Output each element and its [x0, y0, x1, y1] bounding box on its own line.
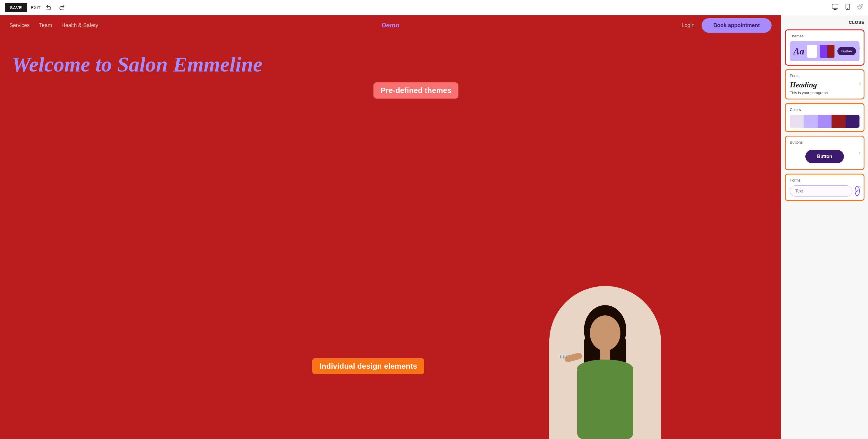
- hero-title: Welcome to Salon Emmeline: [12, 53, 418, 76]
- nav-link-health[interactable]: Health & Safety: [61, 22, 98, 29]
- themes-preview: Aa Button: [790, 41, 860, 61]
- themes-section[interactable]: Themes Aa Button ›: [785, 29, 865, 66]
- forms-input[interactable]: [790, 185, 852, 197]
- paint-icon: [857, 3, 863, 10]
- fonts-section-title: Fonts: [790, 74, 860, 78]
- themes-white-rect: [807, 45, 817, 58]
- site-logo: Demo: [381, 22, 399, 29]
- main-area: Services Team Health & Safety Demo Login…: [0, 15, 868, 439]
- fonts-paragraph-preview: This is your paragraph.: [790, 91, 860, 95]
- tooltip-individual-elements: Individual design elements: [312, 358, 424, 374]
- paint-button[interactable]: [857, 3, 863, 11]
- site-nav: Services Team Health & Safety Demo Login…: [0, 15, 781, 35]
- themes-section-title: Themes: [790, 34, 860, 38]
- hero-image-area: [430, 35, 781, 439]
- buttons-section-title: Buttons: [790, 140, 860, 144]
- color-swatch-2: [804, 115, 817, 128]
- color-swatch-1: [790, 115, 804, 128]
- nav-login[interactable]: Login: [682, 22, 694, 29]
- redo-button[interactable]: [57, 3, 66, 12]
- woman-figure: [558, 298, 652, 439]
- colors-bar: [790, 115, 860, 128]
- redo-icon: [59, 5, 65, 10]
- svg-point-9: [590, 315, 620, 351]
- undo-button[interactable]: [44, 3, 54, 12]
- hero-section: Welcome to Salon Emmeline Pre-defined th…: [0, 35, 781, 439]
- fonts-heading-preview: Heading: [790, 81, 860, 89]
- hero-text: Welcome to Salon Emmeline: [0, 35, 430, 439]
- exit-button[interactable]: EXIT: [31, 5, 40, 10]
- figure-placeholder: [555, 292, 655, 439]
- themes-color-red: [827, 45, 835, 58]
- undo-icon: [46, 5, 52, 10]
- canvas: Services Team Health & Safety Demo Login…: [0, 15, 781, 439]
- svg-line-5: [858, 8, 859, 9]
- svg-rect-0: [832, 4, 838, 8]
- close-panel-button[interactable]: CLOSE: [849, 20, 865, 25]
- nav-link-team[interactable]: Team: [39, 22, 52, 29]
- color-swatch-3: [818, 115, 832, 128]
- forms-section[interactable]: Forms ✓ ›: [785, 174, 865, 201]
- themes-aa-label: Aa: [793, 47, 804, 56]
- panel-header: CLOSE: [785, 20, 865, 25]
- forms-preview: ✓: [790, 185, 860, 197]
- buttons-section[interactable]: Buttons Button ›: [785, 136, 865, 170]
- color-swatch-5: [846, 115, 860, 128]
- forms-section-title: Forms: [790, 178, 860, 182]
- buttons-preview: Button: [790, 147, 860, 166]
- nav-links: Services Team Health & Safety: [9, 22, 98, 29]
- svg-rect-12: [577, 365, 633, 439]
- mobile-view-button[interactable]: [842, 1, 853, 13]
- device-toggle: [829, 1, 853, 13]
- themes-color-rects: [820, 45, 834, 58]
- svg-rect-10: [600, 348, 610, 359]
- button-preview[interactable]: Button: [805, 150, 844, 163]
- mobile-icon: [844, 3, 851, 10]
- save-button[interactable]: SAVE: [5, 3, 27, 12]
- fonts-section[interactable]: Fonts Heading This is your paragraph. ›: [785, 69, 865, 99]
- colors-section[interactable]: Colors ›: [785, 103, 865, 132]
- themes-button-preview[interactable]: Button: [837, 47, 856, 55]
- colors-section-title: Colors: [790, 108, 860, 112]
- desktop-view-button[interactable]: [829, 1, 841, 13]
- right-panel: CLOSE Themes Aa Button › Fonts Heading T…: [781, 15, 868, 439]
- buttons-arrow[interactable]: ›: [859, 150, 861, 155]
- color-swatch-4: [832, 115, 845, 128]
- nav-link-services[interactable]: Services: [9, 22, 30, 29]
- fonts-arrow[interactable]: ›: [859, 82, 861, 87]
- nav-right: Login Book appointment: [682, 18, 772, 33]
- svg-rect-14: [558, 354, 567, 357]
- forms-arrow[interactable]: ›: [859, 184, 861, 190]
- themes-arrow[interactable]: ›: [859, 45, 861, 50]
- desktop-icon: [832, 3, 839, 10]
- svg-rect-13: [564, 352, 583, 363]
- colors-arrow[interactable]: ›: [859, 115, 861, 120]
- toolbar: SAVE EXIT: [0, 0, 868, 15]
- book-appointment-button[interactable]: Book appointment: [702, 18, 772, 33]
- themes-color-purple: [820, 45, 827, 58]
